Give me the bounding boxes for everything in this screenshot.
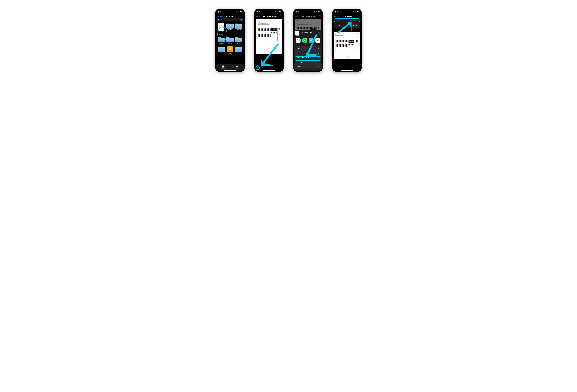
markup-button[interactable]: ✎ — [319, 15, 321, 17]
page-label: Page 1 — [334, 57, 360, 58]
markup-button[interactable]: ✎ — [280, 15, 282, 17]
print-icon: 🖨 — [318, 52, 320, 54]
close-button[interactable]: ✕ — [318, 32, 321, 34]
folder-to-file[interactable]: To File36 items — [235, 37, 243, 45]
nav-bar: ‹ Browse iCloud Drive ⋯ — [216, 14, 244, 18]
svg-rect-17 — [359, 11, 359, 12]
action-add-tags[interactable]: Add Tags◯ — [295, 60, 321, 64]
row-printer[interactable]: Printer Select Printer› — [334, 19, 360, 23]
sheet-title: Order Refund - Apple — [300, 32, 317, 33]
app-pages[interactable]: Pages19 items — [226, 46, 234, 55]
home-indicator[interactable] — [224, 70, 236, 70]
stepper-minus[interactable]: − — [352, 24, 355, 27]
wordpress-icon: ⓦ — [318, 65, 320, 67]
page-indicator: 1 of 1 — [257, 20, 261, 22]
location-icon: ↗ — [260, 11, 261, 13]
page-title: Order Refund - Apple — [300, 15, 316, 17]
mail-icon: ✉ — [309, 38, 314, 43]
page-title: Order Refund - Apple — [261, 15, 277, 17]
share-messages[interactable]: 💬Messages — [302, 38, 307, 44]
doc-heading: Return Shipping Label — [257, 22, 281, 23]
copies-stepper[interactable]: −+ — [352, 24, 359, 27]
printer-value: Select Printer — [350, 20, 358, 22]
search-placeholder: Search — [221, 19, 239, 21]
svg-rect-12 — [318, 39, 318, 40]
sheet-thumbnail — [295, 31, 299, 35]
airdrop-icon — [296, 38, 301, 43]
pages-icon — [227, 46, 233, 52]
svg-rect-16 — [357, 11, 358, 12]
slack-icon — [315, 38, 320, 43]
home-indicator[interactable] — [341, 70, 353, 70]
done-button[interactable]: Done — [295, 15, 299, 17]
back-to-search[interactable]: ‹ Search — [218, 12, 221, 13]
icloud-share-icon: ☁ — [318, 57, 320, 58]
folder-pixelmator[interactable]: Pixelmator0 items — [226, 23, 234, 36]
cancel-button[interactable]: Cancel — [334, 15, 339, 17]
notch — [302, 10, 314, 12]
phone-share-sheet: 12:16↗ ▮▮▮▯ Done Order Refund - Apple ✎ … — [293, 9, 323, 72]
svg-rect-4 — [279, 11, 280, 12]
folder-shortcuts[interactable]: Shortcuts0 items — [226, 37, 234, 45]
sheet-subtitle: PDF Document · 74 KB — [300, 33, 317, 34]
wifi-icon — [355, 11, 356, 12]
tag-icon: ◯ — [318, 61, 320, 63]
file-order-refund[interactable]: Order Refund - Apple 10:33 AM 74 KB — [217, 23, 225, 36]
chevron-right-icon: › — [358, 20, 359, 22]
search-icon: 🔍 — [218, 19, 220, 21]
svg-rect-5 — [281, 11, 281, 12]
copy-icon: ⧉ — [318, 47, 320, 49]
back-to-search[interactable]: ‹ Search — [335, 12, 338, 13]
folder-icon: 📁 — [236, 65, 238, 68]
folder-byword[interactable]: Byword145 items — [217, 37, 225, 45]
wifi-icon — [238, 11, 239, 12]
file-grid: Order Refund - Apple 10:33 AM 74 KB Pixe… — [216, 22, 244, 56]
location-icon: ↗ — [299, 11, 300, 13]
doc-thumbnail — [218, 23, 224, 31]
svg-rect-8 — [318, 11, 319, 12]
share-mail[interactable]: ✉Mail — [309, 38, 314, 44]
print-button[interactable]: Print — [357, 15, 360, 17]
status-time: 12:16 — [257, 11, 260, 12]
back-button[interactable]: ‹ Browse — [217, 15, 223, 17]
action-save-draft[interactable]: Save as Draftⓦ — [295, 64, 321, 69]
share-slack[interactable]: Slack — [315, 38, 321, 44]
folder-downloads[interactable]: Downloads18 items — [217, 46, 225, 55]
action-print[interactable]: Print🖨 — [295, 51, 321, 55]
action-list: Copy⧉ Print🖨 Share File in iCloud☁ Add T… — [294, 45, 322, 69]
page-title: iCloud Drive — [226, 15, 234, 17]
folder-preview[interactable]: Preview3 items — [235, 46, 243, 55]
folder-desktop[interactable]: Desktop0 items — [235, 23, 243, 36]
printer-label: Printer — [336, 20, 340, 22]
svg-rect-13 — [318, 41, 318, 42]
done-button[interactable]: Done — [256, 15, 260, 17]
nav-bar: Done Order Refund - Apple ✎ — [294, 14, 322, 18]
home-indicator[interactable] — [263, 70, 275, 70]
more-button[interactable]: ⋯ — [241, 15, 243, 17]
messages-icon: 💬 — [302, 38, 307, 43]
battery-icon — [279, 11, 281, 12]
action-share-icloud[interactable]: Share File in iCloud☁ — [295, 55, 321, 60]
row-copies: 1 Copy −+ — [334, 23, 360, 28]
stepper-plus[interactable]: + — [355, 24, 359, 27]
share-apps-row: AirDrop 💬Messages ✉Mail Slack — [294, 37, 322, 45]
share-sheet: Order Refund - Apple PDF Document · 74 K… — [294, 30, 322, 71]
document-page[interactable]: Order Refund - Apple11/25/20 1 of 1 Retu… — [256, 19, 282, 54]
print-preview[interactable]: Order Refund - Apple11/25/20 1 of 1 Retu… — [334, 32, 360, 59]
share-button[interactable] — [257, 65, 259, 68]
action-copy[interactable]: Copy⧉ — [295, 46, 321, 51]
settings-list: Printer Select Printer› 1 Copy −+ — [333, 18, 361, 29]
share-airdrop[interactable]: AirDrop — [296, 38, 301, 44]
phone-doc-viewer: 12:16↗ ▮▮▮▯ Done Order Refund - Apple ✎ … — [254, 9, 284, 72]
phone-printer-options: 12:16↗ ▮▮▮▯ ‹ Search Cancel Printer Opti… — [332, 9, 362, 72]
status-time: 12:16 — [296, 11, 299, 12]
search-input[interactable]: 🔍 Search 🎤 — [217, 18, 243, 21]
shipping-label: FROM: DANIELL WALTROP DR27703 7744 6512 … — [257, 27, 281, 41]
toolbar — [255, 65, 283, 69]
notch — [263, 10, 275, 12]
mic-icon: 🎤 — [240, 19, 242, 21]
wifi-icon — [316, 11, 317, 12]
battery-icon — [318, 11, 320, 12]
notch — [341, 10, 353, 12]
location-icon: ↗ — [338, 11, 339, 13]
